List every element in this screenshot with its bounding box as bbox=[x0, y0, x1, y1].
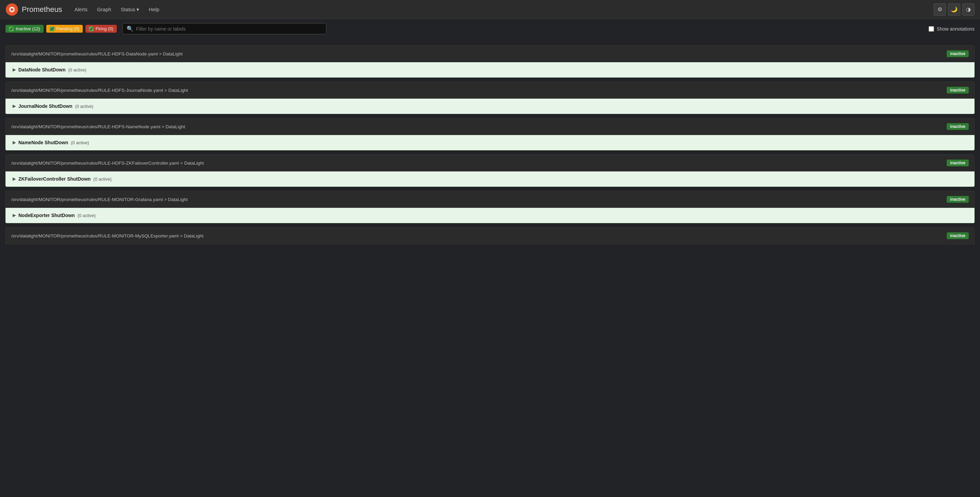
chevron-down-icon: ▾ bbox=[137, 6, 139, 13]
status-badge: inactive bbox=[947, 160, 969, 166]
rule-group-header-rg1: /srv/datalight/MONITOR/prometheus/rules/… bbox=[5, 45, 975, 62]
content: /srv/datalight/MONITOR/prometheus/rules/… bbox=[0, 38, 980, 248]
status-badge: inactive bbox=[947, 196, 969, 203]
firing-checkbox[interactable] bbox=[89, 27, 94, 31]
filter-badges: Inactive (12) Pending (0) Firing (0) bbox=[5, 25, 117, 33]
rule-group-header-rg2: /srv/datalight/MONITOR/prometheus/rules/… bbox=[5, 82, 975, 98]
rule-name: NodeExporter ShutDown bbox=[18, 213, 75, 218]
nav-alerts[interactable]: Alerts bbox=[70, 4, 92, 15]
rule-active-count: (0 active) bbox=[75, 104, 93, 109]
nav-help[interactable]: Help bbox=[145, 4, 163, 15]
search-icon: 🔍 bbox=[127, 25, 134, 32]
nav-status-dropdown[interactable]: Status ▾ bbox=[117, 4, 144, 15]
rule-active-count: (0 active) bbox=[93, 176, 111, 182]
rule-group-header-rg3: /srv/datalight/MONITOR/prometheus/rules/… bbox=[5, 118, 975, 135]
chevron-right-icon: ▶ bbox=[13, 213, 16, 218]
svg-point-2 bbox=[11, 8, 13, 11]
rule-group-path: /srv/datalight/MONITOR/prometheus/rules/… bbox=[11, 197, 188, 202]
rule-row-r1[interactable]: ▶ DataNode ShutDown (0 active) bbox=[5, 62, 975, 78]
search-container: 🔍 bbox=[122, 23, 326, 34]
rule-name: JournalNode ShutDown bbox=[18, 103, 73, 109]
brand-title: Prometheus bbox=[22, 5, 62, 14]
nav-graph[interactable]: Graph bbox=[93, 4, 115, 15]
rule-group-path: /srv/datalight/MONITOR/prometheus/rules/… bbox=[11, 124, 185, 129]
annotations-checkbox[interactable] bbox=[929, 26, 934, 32]
firing-filter-badge[interactable]: Firing (0) bbox=[86, 25, 117, 33]
firing-badge-label: Firing (0) bbox=[95, 26, 113, 31]
inactive-filter-badge[interactable]: Inactive (12) bbox=[5, 25, 44, 33]
status-badge: inactive bbox=[947, 87, 969, 94]
rule-row-r3[interactable]: ▶ NameNode ShutDown (0 active) bbox=[5, 135, 975, 150]
rule-row-r5[interactable]: ▶ NodeExporter ShutDown (0 active) bbox=[5, 208, 975, 223]
inactive-badge-label: Inactive (12) bbox=[16, 26, 40, 31]
pending-checkbox[interactable] bbox=[50, 27, 54, 31]
pending-filter-badge[interactable]: Pending (0) bbox=[46, 25, 83, 33]
inactive-checkbox[interactable] bbox=[9, 27, 14, 31]
contrast-icon: ◑ bbox=[966, 6, 971, 13]
rule-name: NameNode ShutDown bbox=[18, 140, 68, 145]
annotations-label: Show annotations bbox=[937, 26, 975, 32]
rule-group-path: /srv/datalight/MONITOR/prometheus/rules/… bbox=[11, 88, 188, 93]
theme-moon-button[interactable]: 🌙 bbox=[948, 3, 960, 16]
rule-row-r4[interactable]: ▶ ZKFailoverController ShutDown (0 activ… bbox=[5, 171, 975, 187]
chevron-right-icon: ▶ bbox=[13, 176, 16, 181]
theme-contrast-button[interactable]: ◑ bbox=[962, 3, 975, 16]
chevron-right-icon: ▶ bbox=[13, 67, 16, 72]
moon-icon: 🌙 bbox=[951, 6, 958, 13]
rule-active-count: (0 active) bbox=[71, 140, 89, 145]
brand: Prometheus bbox=[5, 3, 62, 16]
toolbar: Inactive (12) Pending (0) Firing (0) 🔍 S… bbox=[0, 19, 980, 38]
pending-badge-label: Pending (0) bbox=[57, 26, 79, 31]
status-badge: inactive bbox=[947, 123, 969, 130]
gear-icon: ⚙ bbox=[937, 6, 942, 13]
nav-links: Alerts Graph Status ▾ Help bbox=[70, 4, 934, 15]
rule-group-header-rg4: /srv/datalight/MONITOR/prometheus/rules/… bbox=[5, 154, 975, 171]
status-badge: inactive bbox=[947, 50, 969, 57]
rule-group-path: /srv/datalight/MONITOR/prometheus/rules/… bbox=[11, 160, 204, 166]
status-badge: inactive bbox=[947, 232, 969, 239]
show-annotations-control: Show annotations bbox=[929, 26, 975, 32]
rule-row-r2[interactable]: ▶ JournalNode ShutDown (0 active) bbox=[5, 98, 975, 114]
rule-group-header-rg5: /srv/datalight/MONITOR/prometheus/rules/… bbox=[5, 191, 975, 208]
rule-group-header-rg6: /srv/datalight/MONITOR/prometheus/rules/… bbox=[5, 227, 975, 244]
chevron-right-icon: ▶ bbox=[13, 140, 16, 145]
rule-name: DataNode ShutDown bbox=[18, 67, 65, 73]
rule-name: ZKFailoverController ShutDown bbox=[18, 176, 91, 182]
rule-group-path: /srv/datalight/MONITOR/prometheus/rules/… bbox=[11, 51, 183, 57]
nav-right: ⚙ 🌙 ◑ bbox=[934, 3, 975, 16]
navbar: Prometheus Alerts Graph Status ▾ Help ⚙ … bbox=[0, 0, 980, 19]
chevron-right-icon: ▶ bbox=[13, 104, 16, 108]
search-input[interactable] bbox=[136, 26, 322, 32]
rule-active-count: (0 active) bbox=[78, 213, 95, 218]
settings-button[interactable]: ⚙ bbox=[934, 3, 946, 16]
prometheus-logo-icon bbox=[5, 3, 18, 16]
rule-group-path: /srv/datalight/MONITOR/prometheus/rules/… bbox=[11, 233, 204, 238]
rule-active-count: (0 active) bbox=[68, 67, 86, 73]
